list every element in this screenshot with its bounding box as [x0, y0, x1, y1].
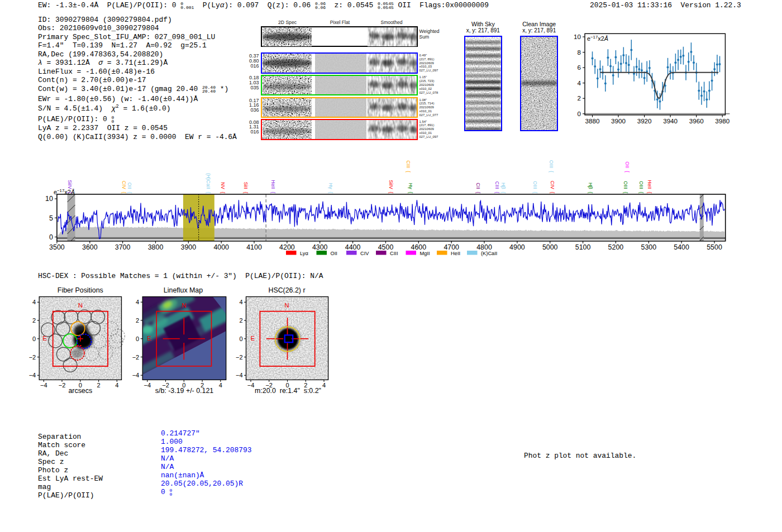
- svg-text:4: 4: [219, 382, 222, 389]
- svg-text:2: 2: [136, 317, 139, 324]
- svg-text:−2: −2: [29, 354, 36, 361]
- svg-text:0: 0: [32, 336, 36, 342]
- svg-text:2: 2: [32, 317, 36, 324]
- svg-text:4: 4: [322, 382, 326, 389]
- svg-text:E: E: [147, 335, 151, 342]
- svg-text:N: N: [284, 302, 289, 309]
- svg-text:Hγ {: Hγ {: [408, 183, 413, 194]
- svg-text:0: 0: [136, 336, 139, 342]
- svg-text:2: 2: [239, 317, 242, 324]
- svg-text:2: 2: [97, 382, 101, 389]
- svg-text:Hβ {: Hβ {: [588, 183, 593, 193]
- svg-text:−2: −2: [132, 354, 140, 361]
- svg-text:4: 4: [136, 299, 139, 305]
- svg-text:4700: 4700: [444, 243, 459, 251]
- svg-text:−2: −2: [236, 354, 243, 361]
- svg-text:5000: 5000: [542, 243, 558, 251]
- svg-text:4: 4: [32, 299, 36, 305]
- svg-text:4: 4: [115, 382, 118, 389]
- svg-text:−4: −4: [247, 382, 255, 389]
- svg-text:0: 0: [239, 336, 242, 342]
- svg-text:(K)CaII: (K)CaII: [481, 251, 497, 256]
- svg-text:CII {: CII {: [475, 183, 481, 193]
- svg-text:5400: 5400: [674, 243, 689, 251]
- svg-text:5200: 5200: [608, 243, 624, 251]
- svg-text:−4: −4: [132, 372, 140, 378]
- svg-text:OII {: OII {: [624, 161, 630, 172]
- svg-text:OIII {: OIII {: [623, 181, 628, 193]
- svg-text:−4: −4: [144, 382, 151, 389]
- svg-text:5300: 5300: [641, 243, 657, 251]
- svg-text:CIII {: CIII {: [494, 181, 500, 194]
- svg-text:HeII {: HeII {: [647, 180, 652, 193]
- svg-text:N: N: [182, 302, 186, 309]
- svg-text:OIII {: OIII {: [549, 160, 554, 172]
- svg-text:−4: −4: [236, 372, 243, 378]
- svg-text:N: N: [78, 302, 83, 309]
- svg-text:4900: 4900: [509, 243, 525, 251]
- svg-text:MgII: MgII: [420, 251, 430, 256]
- svg-text:CIII {: CIII {: [406, 160, 411, 172]
- svg-text:−2: −2: [59, 382, 66, 389]
- svg-text:CIII: CIII: [390, 251, 398, 256]
- svg-text:4800: 4800: [476, 243, 492, 251]
- svg-text:4: 4: [239, 299, 242, 305]
- svg-text:E: E: [42, 335, 47, 342]
- svg-text:OIII {: OIII {: [532, 181, 538, 193]
- svg-text:HeII: HeII: [451, 251, 460, 256]
- svg-text:OIII {: OIII {: [638, 181, 644, 193]
- svg-text:4600: 4600: [411, 243, 427, 251]
- svg-text:CIV {: CIV {: [550, 181, 555, 194]
- svg-text:−4: −4: [29, 372, 36, 378]
- svg-text:−4: −4: [40, 382, 47, 389]
- svg-text:5500: 5500: [707, 243, 722, 251]
- svg-text:5100: 5100: [575, 243, 591, 251]
- svg-text:E: E: [251, 335, 255, 342]
- svg-text:Hβ {: Hβ {: [500, 183, 506, 193]
